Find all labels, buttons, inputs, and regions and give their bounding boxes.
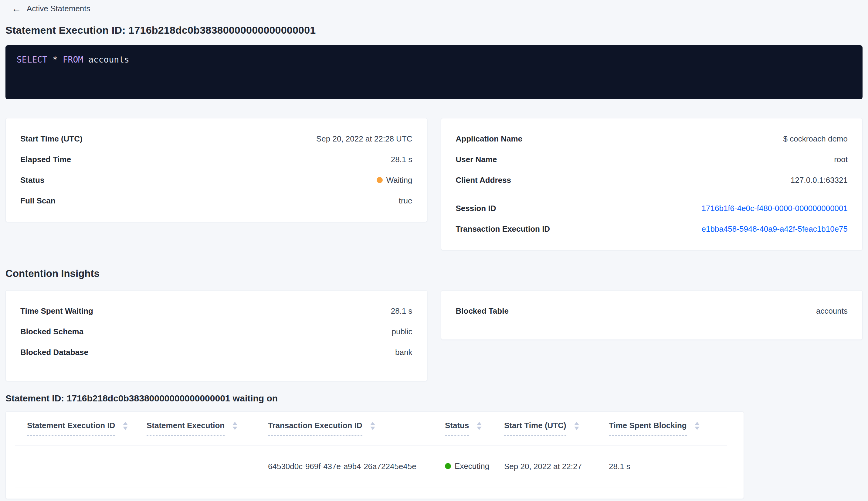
elapsed-time-value: 28.1 s bbox=[391, 155, 412, 164]
start-time-header-label: Start Time (UTC) bbox=[504, 421, 566, 436]
table-header-row: Statement Execution ID Statement Executi… bbox=[15, 412, 727, 445]
blocked-table-label: Blocked Table bbox=[456, 306, 509, 316]
waiting-on-table: Statement Execution ID Statement Executi… bbox=[15, 412, 727, 488]
session-card-divider bbox=[456, 194, 848, 194]
sort-icon[interactable] bbox=[123, 422, 128, 430]
column-header-time-spent-blocking[interactable]: Time Spent Blocking bbox=[609, 412, 727, 445]
blocked-database-label: Blocked Database bbox=[20, 348, 88, 357]
status-row: Status Waiting bbox=[20, 170, 412, 190]
session-id-link[interactable]: 1716b1f6-4e0c-f480-0000-000000000001 bbox=[702, 204, 848, 213]
waiting-status-dot-icon bbox=[377, 177, 383, 183]
application-name-value: $ cockroach demo bbox=[783, 134, 848, 143]
sort-icon[interactable] bbox=[574, 422, 579, 430]
waiting-on-heading: Statement ID: 1716b218dc0b38380000000000… bbox=[6, 393, 862, 404]
back-arrow-icon: ← bbox=[12, 4, 21, 13]
back-link[interactable]: ← Active Statements bbox=[12, 4, 90, 13]
row-status-text: Executing bbox=[455, 461, 489, 471]
client-address-label: Client Address bbox=[456, 175, 511, 185]
transaction-execution-id-label: Transaction Execution ID bbox=[456, 224, 550, 234]
transaction-execution-id-link[interactable]: e1bba458-5948-40a9-a42f-5feac1b10e75 bbox=[702, 224, 848, 234]
status-value: Waiting bbox=[377, 175, 412, 185]
sql-keyword-select: SELECT bbox=[17, 55, 47, 65]
blocked-table-row: Blocked Table accounts bbox=[456, 301, 848, 321]
elapsed-time-row: Elapsed Time 28.1 s bbox=[20, 149, 412, 170]
time-spent-waiting-row: Time Spent Waiting 28.1 s bbox=[20, 301, 412, 321]
column-header-statement-execution[interactable]: Statement Execution bbox=[147, 412, 268, 445]
contention-cards-row: Time Spent Waiting 28.1 s Blocked Schema… bbox=[6, 290, 862, 381]
start-time-value: Sep 20, 2022 at 22:28 UTC bbox=[316, 134, 412, 143]
blocked-schema-label: Blocked Schema bbox=[20, 327, 84, 337]
execution-details-card: Start Time (UTC) Sep 20, 2022 at 22:28 U… bbox=[6, 118, 427, 222]
blocked-schema-row: Blocked Schema public bbox=[20, 321, 412, 342]
waiting-on-table-card: Statement Execution ID Statement Executi… bbox=[6, 412, 744, 499]
sql-star: * bbox=[53, 55, 58, 65]
client-address-row: Client Address 127.0.0.1:63321 bbox=[456, 170, 848, 190]
page-title: Statement Execution ID: 1716b218dc0b3838… bbox=[6, 24, 862, 36]
column-header-status[interactable]: Status bbox=[445, 412, 504, 445]
client-address-value: 127.0.0.1:63321 bbox=[791, 175, 848, 185]
sort-icon[interactable] bbox=[695, 422, 699, 430]
statement-execution-page: ← Active Statements Statement Execution … bbox=[0, 0, 868, 499]
elapsed-time-label: Elapsed Time bbox=[20, 155, 71, 164]
blocked-database-row: Blocked Database bank bbox=[20, 342, 412, 363]
transaction-execution-id-row: Transaction Execution ID e1bba458-5948-4… bbox=[456, 218, 848, 239]
start-time-row: Start Time (UTC) Sep 20, 2022 at 22:28 U… bbox=[20, 128, 412, 149]
cell-time-spent-blocking: 28.1 s bbox=[609, 445, 727, 488]
statement-execution-id-header-label: Statement Execution ID bbox=[27, 421, 115, 436]
sql-statement-box: SELECT * FROM accounts bbox=[6, 45, 862, 99]
time-spent-waiting-label: Time Spent Waiting bbox=[20, 306, 93, 316]
blocked-table-card: Blocked Table accounts bbox=[441, 290, 863, 340]
time-spent-blocking-header-label: Time Spent Blocking bbox=[609, 421, 687, 436]
statement-execution-header-label: Statement Execution bbox=[147, 421, 225, 436]
user-name-label: User Name bbox=[456, 155, 497, 164]
blocked-table-value: accounts bbox=[816, 306, 848, 316]
full-scan-row: Full Scan true bbox=[20, 190, 412, 211]
session-id-label: Session ID bbox=[456, 204, 496, 213]
executing-status-dot-icon bbox=[445, 463, 451, 469]
blocked-schema-value: public bbox=[392, 327, 412, 337]
contention-insights-heading: Contention Insights bbox=[6, 268, 862, 279]
cell-statement-execution-id bbox=[15, 445, 147, 488]
details-cards-row: Start Time (UTC) Sep 20, 2022 at 22:28 U… bbox=[6, 118, 862, 250]
sort-icon[interactable] bbox=[477, 422, 482, 430]
sort-icon[interactable] bbox=[370, 422, 375, 430]
time-spent-waiting-value: 28.1 s bbox=[391, 306, 412, 316]
full-scan-value: true bbox=[399, 196, 412, 205]
cell-status: Executing bbox=[445, 445, 504, 488]
full-scan-label: Full Scan bbox=[20, 196, 56, 205]
user-name-row: User Name root bbox=[456, 149, 848, 170]
cell-statement-execution bbox=[147, 445, 268, 488]
contention-details-card: Time Spent Waiting 28.1 s Blocked Schema… bbox=[6, 290, 427, 381]
column-header-statement-execution-id[interactable]: Statement Execution ID bbox=[15, 412, 147, 445]
cell-start-time: Sep 20, 2022 at 22:27 bbox=[504, 445, 609, 488]
cell-transaction-execution-id: 64530d0c-969f-437e-a9b4-26a72245e45e bbox=[268, 445, 445, 488]
table-row: 64530d0c-969f-437e-a9b4-26a72245e45e Exe… bbox=[15, 445, 727, 488]
session-id-row: Session ID 1716b1f6-4e0c-f480-0000-00000… bbox=[456, 198, 848, 218]
start-time-label: Start Time (UTC) bbox=[20, 134, 83, 143]
column-header-start-time[interactable]: Start Time (UTC) bbox=[504, 412, 609, 445]
transaction-execution-id-header-label: Transaction Execution ID bbox=[268, 421, 362, 436]
blocked-database-value: bank bbox=[395, 348, 412, 357]
status-text: Waiting bbox=[386, 175, 412, 185]
application-name-label: Application Name bbox=[456, 134, 523, 143]
sql-keyword-from: FROM bbox=[63, 55, 83, 65]
sql-identifier: accounts bbox=[88, 55, 129, 65]
status-header-label: Status bbox=[445, 421, 469, 436]
session-details-card: Application Name $ cockroach demo User N… bbox=[441, 118, 863, 250]
sort-icon[interactable] bbox=[232, 422, 237, 430]
application-name-row: Application Name $ cockroach demo bbox=[456, 128, 848, 149]
status-label: Status bbox=[20, 175, 44, 185]
column-header-transaction-execution-id[interactable]: Transaction Execution ID bbox=[268, 412, 445, 445]
back-link-label: Active Statements bbox=[27, 4, 90, 13]
user-name-value: root bbox=[834, 155, 848, 164]
